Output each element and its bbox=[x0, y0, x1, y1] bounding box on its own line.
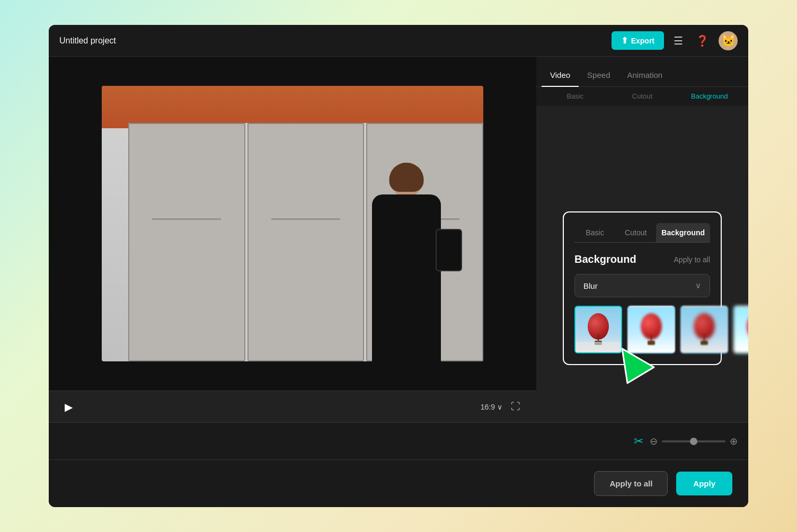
sub-tab-background[interactable]: Background bbox=[676, 87, 743, 105]
blur-thumb-4[interactable] bbox=[733, 306, 748, 353]
sub-tab-basic[interactable]: Basic bbox=[542, 87, 609, 105]
avatar[interactable]: 🐱 bbox=[719, 31, 738, 50]
popup-tab-basic[interactable]: Basic bbox=[574, 223, 615, 242]
header-right: ⬆ Export ☰ ❓ 🐱 bbox=[612, 31, 738, 50]
help-icon: ❓ bbox=[696, 34, 709, 47]
main-content: ▶ 16:9 ∨ ⛶ Video bbox=[49, 57, 748, 422]
menu-icon-button[interactable]: ☰ bbox=[670, 31, 686, 50]
zoom-controls: ⊖ ⊕ bbox=[650, 436, 738, 447]
balloon-rope-1 bbox=[598, 334, 599, 341]
aspect-ratio-chevron: ∨ bbox=[497, 403, 502, 411]
popup-box: Basic Cutout Background Background Apply… bbox=[563, 211, 722, 365]
popup-tab-cutout-label: Cutout bbox=[625, 228, 647, 237]
tab-video[interactable]: Video bbox=[542, 64, 579, 87]
cut-icon-button[interactable]: ✂ bbox=[634, 435, 643, 448]
green-arrow-icon bbox=[617, 346, 659, 388]
app-header: Untitled project ⬆ Export ☰ ❓ 🐱 bbox=[49, 25, 748, 57]
timeline-area: ✂ ⊖ ⊕ bbox=[49, 422, 748, 459]
apply-button[interactable]: Apply bbox=[676, 472, 732, 495]
bottom-actions: Apply to all Apply bbox=[49, 459, 748, 507]
panel-tabs: Video Speed Animation bbox=[536, 57, 748, 87]
person-body bbox=[372, 194, 441, 361]
balloon-4 bbox=[747, 313, 748, 340]
tab-speed-label: Speed bbox=[587, 70, 610, 79]
popup-tab-background[interactable]: Background bbox=[656, 223, 710, 242]
tab-video-label: Video bbox=[550, 70, 570, 79]
cut-icon: ✂ bbox=[634, 435, 643, 448]
person-silhouette bbox=[372, 165, 441, 361]
zoom-in-icon: ⊕ bbox=[730, 436, 738, 447]
tab-animation-label: Animation bbox=[627, 70, 662, 79]
export-label: Export bbox=[631, 37, 654, 45]
right-panel: Video Speed Animation Basic Cutout Bac bbox=[536, 57, 748, 422]
project-title: Untitled project bbox=[59, 36, 116, 46]
popup-tab-background-label: Background bbox=[661, 228, 705, 237]
tab-animation[interactable]: Animation bbox=[618, 64, 671, 87]
video-controls: ▶ 16:9 ∨ ⛶ bbox=[49, 391, 536, 422]
blur-dropdown-label: Blur bbox=[583, 281, 598, 290]
backpack bbox=[436, 229, 462, 271]
video-area: ▶ 16:9 ∨ ⛶ bbox=[49, 57, 536, 422]
sub-tabs-outer: Basic Cutout Background bbox=[536, 87, 748, 105]
orange-bar bbox=[102, 86, 483, 128]
bottom-area: ✂ ⊖ ⊕ Apply to all Apply bbox=[49, 422, 748, 507]
balloon-basket-2 bbox=[648, 341, 655, 345]
play-button[interactable]: ▶ bbox=[65, 401, 73, 413]
blur-thumb-3[interactable] bbox=[680, 306, 728, 353]
blur-thumb-1[interactable] bbox=[574, 306, 622, 353]
balloon-rope-3 bbox=[704, 334, 705, 341]
zoom-in-button[interactable]: ⊕ bbox=[730, 436, 738, 447]
train-door-1 bbox=[128, 123, 245, 361]
popup-header-row: Background Apply to all bbox=[574, 253, 710, 265]
avatar-icon: 🐱 bbox=[721, 34, 736, 48]
sub-tab-cutout-label: Cutout bbox=[632, 92, 652, 100]
cursor-arrow bbox=[617, 346, 659, 391]
video-container bbox=[49, 57, 536, 391]
apply-to-all-link[interactable]: Apply to all bbox=[674, 255, 710, 264]
upload-icon: ⬆ bbox=[621, 36, 628, 46]
video-frame bbox=[102, 86, 483, 361]
fullscreen-icon: ⛶ bbox=[511, 401, 520, 412]
controls-right: 16:9 ∨ ⛶ bbox=[481, 401, 520, 412]
thumb-fog-1 bbox=[575, 342, 621, 352]
subway-scene bbox=[102, 86, 483, 361]
fullscreen-button[interactable]: ⛶ bbox=[511, 401, 520, 412]
panel-content: Basic Cutout Background Background Apply… bbox=[536, 105, 748, 422]
blur-dropdown[interactable]: Blur ∨ bbox=[574, 274, 710, 297]
popup-tab-cutout[interactable]: Cutout bbox=[615, 223, 656, 242]
aspect-ratio-selector[interactable]: 16:9 ∨ bbox=[481, 403, 502, 411]
aspect-ratio-label: 16:9 bbox=[481, 403, 495, 411]
train-door-2 bbox=[247, 123, 365, 361]
menu-icon: ☰ bbox=[674, 34, 683, 47]
popup-section-title: Background bbox=[574, 253, 636, 265]
popup-tab-basic-label: Basic bbox=[586, 228, 604, 237]
zoom-out-button[interactable]: ⊖ bbox=[650, 436, 658, 447]
chevron-down-icon: ∨ bbox=[695, 281, 701, 290]
tab-speed[interactable]: Speed bbox=[579, 64, 618, 87]
balloon-basket-3 bbox=[701, 341, 708, 345]
zoom-slider[interactable] bbox=[662, 440, 725, 442]
balloon-rope-2 bbox=[651, 334, 652, 341]
sub-tab-background-label: Background bbox=[691, 92, 728, 100]
help-icon-button[interactable]: ❓ bbox=[693, 31, 712, 50]
zoom-out-icon: ⊖ bbox=[650, 436, 658, 447]
person-hair bbox=[389, 163, 424, 192]
sub-tab-basic-label: Basic bbox=[566, 92, 583, 100]
export-button[interactable]: ⬆ Export bbox=[612, 31, 664, 50]
sub-tab-cutout[interactable]: Cutout bbox=[609, 87, 676, 105]
zoom-slider-thumb bbox=[690, 438, 697, 445]
play-icon: ▶ bbox=[65, 401, 73, 413]
svg-marker-0 bbox=[622, 349, 654, 383]
apply-to-all-button[interactable]: Apply to all bbox=[594, 471, 668, 496]
popup-sub-tabs: Basic Cutout Background bbox=[574, 223, 710, 243]
